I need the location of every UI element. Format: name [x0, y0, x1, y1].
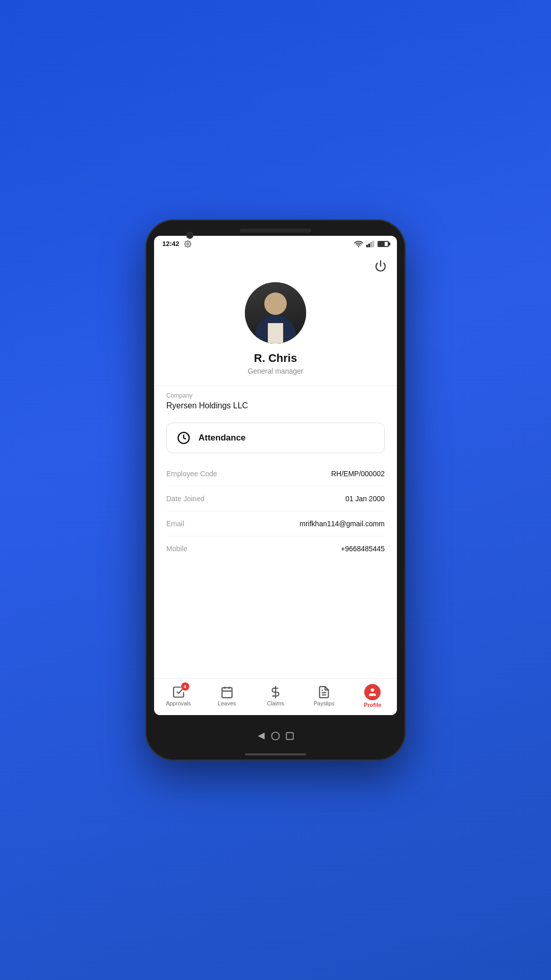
- detail-key-2: Email: [166, 520, 184, 528]
- avatar: [245, 282, 306, 344]
- signal-icon: [366, 240, 374, 248]
- claims-icon-wrap: [269, 685, 282, 699]
- payslips-label: Payslips: [314, 700, 335, 706]
- avatar-body: [255, 315, 296, 344]
- approvals-icon-wrap: 4: [172, 685, 185, 699]
- approvals-badge: 4: [181, 682, 189, 691]
- nav-item-claims[interactable]: Claims: [258, 685, 293, 706]
- svg-point-16: [272, 732, 280, 740]
- svg-rect-7: [222, 688, 232, 698]
- company-label: Company: [166, 392, 385, 399]
- phone-camera: [186, 232, 193, 239]
- home-button[interactable]: [268, 729, 283, 743]
- detail-key-1: Date Joined: [166, 495, 205, 503]
- profile-icon-circle: [364, 684, 381, 700]
- approvals-label: Approvals: [166, 700, 191, 706]
- detail-val-0: RH/EMP/000002: [331, 470, 385, 478]
- top-actions: [154, 256, 397, 278]
- nav-item-payslips[interactable]: Payslips: [306, 685, 342, 706]
- user-name: R. Chris: [254, 352, 297, 365]
- leaves-icon-wrap: [220, 685, 234, 699]
- profile-label: Profile: [364, 702, 381, 708]
- clock-icon: [177, 431, 190, 445]
- company-value: Ryersen Holdings LLC: [166, 401, 385, 410]
- company-section: Company Ryersen Holdings LLC: [154, 385, 397, 416]
- avatar-head: [264, 292, 287, 315]
- wifi-icon: [354, 240, 363, 248]
- svg-marker-15: [258, 732, 264, 739]
- attendance-button[interactable]: Attendance: [166, 423, 385, 453]
- payslips-icon-wrap: [317, 685, 331, 699]
- bottom-bar-indicator: [245, 753, 306, 755]
- detail-row: Email mrifkhan114@gmail.comm: [166, 511, 385, 536]
- svg-rect-1: [366, 244, 368, 247]
- profile-icon-wrap: [364, 684, 381, 700]
- phone-device: 12:42: [145, 219, 406, 761]
- detail-key-3: Mobile: [166, 545, 187, 553]
- detail-row: Employee Code RH/EMP/000002: [166, 461, 385, 486]
- bottom-nav: 4 Approvals Leaves: [154, 678, 397, 715]
- user-role: General manager: [248, 367, 304, 375]
- time-display: 12:42: [162, 240, 179, 248]
- gear-icon: [184, 240, 191, 248]
- svg-point-14: [371, 689, 374, 692]
- attendance-label: Attendance: [198, 433, 246, 443]
- nav-item-approvals[interactable]: 4 Approvals: [161, 685, 196, 706]
- avatar-shirt: [268, 323, 283, 344]
- home-bar-area: [234, 724, 317, 750]
- recents-button[interactable]: [283, 729, 297, 743]
- profile-header: R. Chris General manager: [154, 278, 397, 385]
- details-section: Employee Code RH/EMP/000002 Date Joined …: [154, 459, 397, 563]
- detail-row: Mobile +9668485445: [166, 536, 385, 561]
- svg-rect-17: [286, 732, 293, 739]
- status-right: [354, 240, 389, 248]
- claims-label: Claims: [267, 700, 284, 706]
- detail-row: Date Joined 01 Jan 2000: [166, 486, 385, 511]
- main-content: R. Chris General manager Company Ryersen…: [154, 252, 397, 678]
- phone-speaker: [240, 229, 311, 233]
- detail-val-1: 01 Jan 2000: [345, 495, 385, 503]
- detail-val-3: +9668485445: [341, 545, 385, 553]
- phone-screen: 12:42: [154, 236, 397, 715]
- avatar-silhouette: [245, 282, 306, 344]
- nav-item-leaves[interactable]: Leaves: [209, 685, 245, 706]
- detail-key-0: Employee Code: [166, 470, 217, 478]
- battery-icon: [378, 241, 389, 247]
- detail-val-2: mrifkhan114@gmail.comm: [299, 520, 385, 528]
- back-button[interactable]: [254, 729, 268, 743]
- power-button[interactable]: [372, 258, 389, 274]
- status-left: 12:42: [162, 240, 191, 248]
- svg-rect-2: [368, 243, 370, 247]
- leaves-label: Leaves: [218, 700, 236, 706]
- nav-item-profile[interactable]: Profile: [355, 684, 390, 708]
- svg-point-0: [187, 243, 189, 245]
- svg-rect-3: [370, 242, 372, 247]
- svg-rect-4: [372, 240, 374, 247]
